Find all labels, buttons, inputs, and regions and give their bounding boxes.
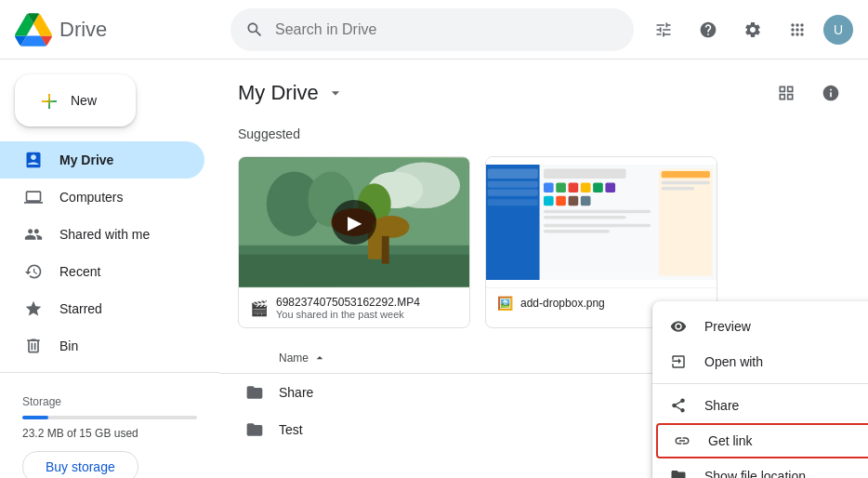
svg-rect-30 (544, 216, 626, 219)
list-item-share-name: Share (279, 385, 313, 400)
grid-view-button[interactable] (768, 74, 805, 112)
svg-rect-26 (556, 196, 566, 206)
filter-icon-button[interactable] (645, 11, 682, 48)
menu-item-preview[interactable]: Preview (652, 309, 868, 344)
header-icons: U (645, 11, 853, 48)
sidebar-item-recent-label: Recent (59, 264, 100, 279)
svg-rect-19 (544, 182, 554, 193)
image-file-icon: 🖼️ (497, 296, 513, 311)
sidebar-divider (0, 372, 219, 373)
new-button[interactable]: New (15, 74, 136, 126)
image-thumbnail (486, 157, 717, 287)
sidebar-item-recent[interactable]: Recent (0, 253, 204, 290)
video-thumbnail: ▶ (239, 157, 469, 287)
folder-location-icon (667, 468, 690, 478)
svg-rect-27 (569, 196, 579, 206)
starred-icon (22, 299, 45, 318)
svg-rect-25 (544, 196, 554, 206)
svg-rect-29 (544, 210, 651, 214)
svg-rect-33 (659, 168, 713, 275)
logo-area: Drive (15, 11, 219, 48)
svg-rect-11 (382, 236, 389, 264)
search-icon (245, 20, 264, 39)
sidebar-item-shared-label: Shared with me (59, 227, 150, 242)
sidebar-item-computers-label: Computers (59, 190, 123, 205)
sidebar-item-starred-label: Starred (59, 301, 102, 316)
help-icon-button[interactable] (690, 11, 727, 48)
share-menu-icon (667, 397, 690, 414)
sidebar-item-my-drive[interactable]: My Drive (0, 141, 204, 179)
info-button[interactable] (812, 74, 849, 112)
menu-item-show-file-location-label: Show file location (704, 469, 806, 478)
file-card-meta-video: You shared in the past week (276, 309, 458, 320)
my-drive-title: My Drive (238, 81, 345, 105)
menu-item-get-link[interactable]: Get link ↑ (656, 423, 868, 458)
storage-section: Storage 23.2 MB of 15 GB used Buy storag… (0, 380, 219, 478)
svg-rect-16 (488, 190, 538, 196)
menu-item-share-label: Share (704, 398, 739, 413)
app-name: Drive (59, 18, 107, 42)
search-bar[interactable] (230, 8, 634, 51)
svg-rect-18 (544, 168, 626, 179)
sidebar-item-my-drive-label: My Drive (59, 153, 113, 167)
svg-rect-15 (488, 181, 538, 188)
svg-rect-20 (556, 182, 566, 193)
sidebar-item-starred[interactable]: Starred (0, 290, 204, 327)
storage-text: 23.2 MB of 15 GB used (22, 427, 197, 440)
link-icon (671, 432, 693, 449)
file-card-video[interactable]: ▶ 🎬 6982374075053162292.MP4 You shared i… (238, 156, 470, 328)
sort-arrow-icon (312, 351, 327, 365)
menu-item-get-link-label: Get link (708, 433, 752, 448)
preview-icon (667, 318, 690, 335)
screenshot-preview (486, 157, 717, 287)
shared-icon (22, 225, 45, 244)
svg-point-10 (373, 216, 410, 238)
dropdown-arrow-icon[interactable] (326, 84, 345, 102)
svg-rect-31 (544, 224, 651, 228)
svg-rect-4 (239, 255, 469, 287)
settings-icon-button[interactable] (734, 11, 771, 48)
sidebar-item-shared[interactable]: Shared with me (0, 216, 204, 253)
avatar[interactable]: U (823, 15, 853, 45)
recent-icon (22, 262, 45, 281)
play-button[interactable]: ▶ (332, 200, 376, 245)
computers-icon (22, 188, 45, 206)
folder-icon-share (238, 383, 271, 402)
menu-divider (652, 383, 868, 384)
folder-icon-test (238, 420, 271, 439)
sidebar-item-bin[interactable]: Bin (0, 327, 204, 365)
sidebar-item-computers[interactable]: Computers (0, 179, 204, 216)
svg-rect-36 (662, 187, 694, 191)
svg-rect-21 (569, 182, 579, 193)
main-layout: New My Drive Computers Shared with me Re (0, 60, 868, 478)
svg-rect-32 (544, 230, 610, 233)
menu-item-show-file-location[interactable]: Show file location (652, 458, 868, 478)
buy-storage-button[interactable]: Buy storage (22, 451, 138, 478)
svg-rect-14 (488, 168, 538, 179)
menu-item-share[interactable]: Share (652, 388, 868, 423)
apps-icon-button[interactable] (779, 11, 816, 48)
content-header: My Drive (219, 60, 868, 119)
menu-item-open-with-label: Open with (704, 354, 763, 369)
my-drive-icon (22, 151, 45, 169)
plus-icon (37, 89, 59, 112)
svg-rect-22 (581, 182, 591, 193)
svg-rect-35 (662, 181, 710, 185)
file-card-thumb-image (486, 157, 717, 287)
storage-bar-fill (22, 416, 48, 419)
video-file-icon: 🎬 (250, 299, 269, 317)
search-input[interactable] (275, 21, 619, 38)
bin-icon (22, 337, 45, 355)
svg-rect-24 (605, 182, 615, 193)
svg-rect-28 (581, 196, 591, 206)
list-col-name[interactable]: Name (279, 351, 509, 365)
sidebar: New My Drive Computers Shared with me Re (0, 60, 219, 478)
header: Drive U (0, 0, 868, 60)
svg-rect-34 (662, 171, 710, 178)
list-item-test-name: Test (279, 422, 303, 437)
content-area: My Drive Suggested (219, 60, 868, 478)
menu-item-preview-label: Preview (704, 319, 751, 334)
menu-item-open-with[interactable]: Open with › (652, 344, 868, 379)
file-card-info-video: 🎬 6982374075053162292.MP4 You shared in … (239, 287, 469, 327)
suggested-label: Suggested (219, 119, 868, 149)
